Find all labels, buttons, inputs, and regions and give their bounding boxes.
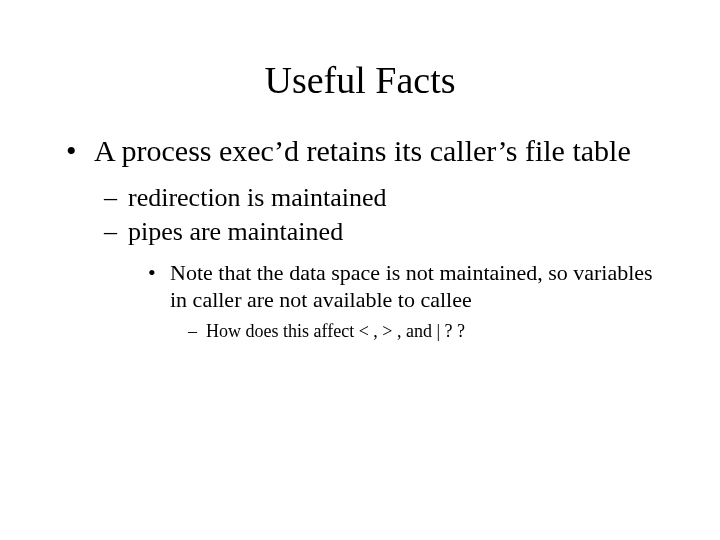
slide-title: Useful Facts: [0, 0, 720, 132]
bullet-level-3: Note that the data space is not maintain…: [148, 259, 670, 314]
bullet-level-4: How does this affect < , > , and | ? ?: [188, 320, 670, 343]
bullet-level-1: A process exec’d retains its caller’s fi…: [66, 132, 670, 170]
slide: Useful Facts A process exec’d retains it…: [0, 0, 720, 540]
bullet-level-2: pipes are maintained: [104, 216, 670, 249]
bullet-level-2: redirection is maintained: [104, 182, 670, 215]
slide-content: A process exec’d retains its caller’s fi…: [0, 132, 720, 343]
